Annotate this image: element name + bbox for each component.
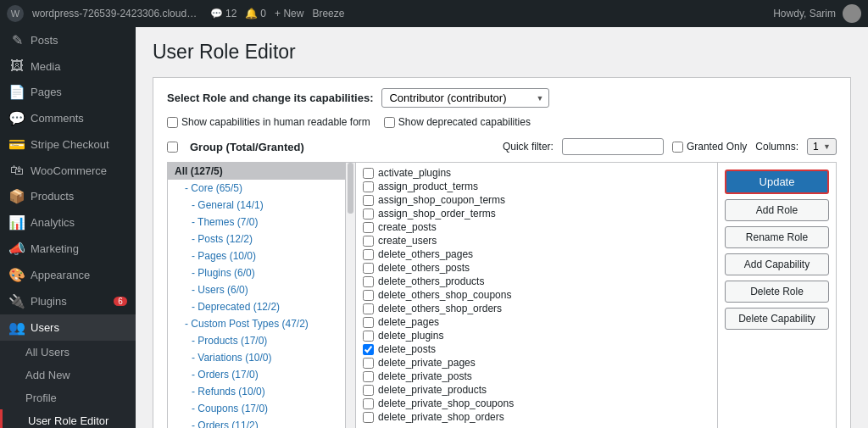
sidebar-item-comments[interactable]: 💬 Comments bbox=[0, 105, 136, 131]
cap-cb-delete-private-posts[interactable] bbox=[363, 371, 374, 382]
group-products-cpt[interactable]: - Products (17/0) bbox=[168, 332, 345, 349]
checkbox-row: Show capabilities in human readable form… bbox=[167, 116, 837, 128]
role-select[interactable]: Contributor (contributor) Administrator … bbox=[381, 88, 549, 108]
cap-cb-delete-others-shop-orders[interactable] bbox=[363, 303, 374, 314]
group-general[interactable]: - General (14/1) bbox=[168, 197, 345, 214]
cap-cb-delete-plugins[interactable] bbox=[363, 331, 374, 342]
delete-capability-button[interactable]: Delete Capability bbox=[725, 308, 829, 330]
group-refunds[interactable]: - Refunds (10/0) bbox=[168, 383, 345, 400]
cap-label-delete-private-shop-coupons: delete_private_shop_coupons bbox=[378, 397, 514, 409]
sidebar-item-users[interactable]: 👥 Users bbox=[0, 314, 136, 341]
update-button[interactable]: Update bbox=[725, 170, 829, 194]
cap-delete-others-shop-coupons: delete_others_shop_coupons bbox=[363, 288, 710, 302]
profile-label: Profile bbox=[25, 392, 57, 404]
deprecated-checkbox-label[interactable]: Show deprecated capabilities bbox=[384, 116, 531, 128]
role-selector-row: Select Role and change its capabilities:… bbox=[167, 88, 837, 108]
sidebar-item-user-role-editor[interactable]: User Role Editor bbox=[0, 409, 136, 428]
delete-role-button[interactable]: Delete Role bbox=[725, 281, 829, 303]
columns-select[interactable]: 1 2 3 bbox=[807, 138, 837, 155]
add-capability-button[interactable]: Add Capability bbox=[725, 253, 829, 275]
sidebar-item-marketing[interactable]: 📣 Marketing bbox=[0, 236, 136, 262]
cap-cb-delete-posts[interactable] bbox=[363, 344, 374, 355]
group-plugins[interactable]: - Plugins (6/0) bbox=[168, 264, 345, 281]
deprecated-text: Show deprecated capabilities bbox=[398, 116, 531, 128]
group-orders-2[interactable]: - Orders (11/2) bbox=[168, 417, 345, 428]
group-users[interactable]: - Users (6/0) bbox=[168, 281, 345, 298]
rename-role-button[interactable]: Rename Role bbox=[725, 226, 829, 248]
sidebar-item-media[interactable]: 🖼 Media bbox=[0, 53, 136, 79]
sidebar-item-add-new[interactable]: Add New bbox=[0, 364, 136, 386]
cap-cb-delete-pages[interactable] bbox=[363, 317, 374, 328]
sidebar-item-plugins[interactable]: 🔌 Plugins 6 bbox=[0, 288, 136, 314]
sidebar-item-analytics[interactable]: 📊 Analytics bbox=[0, 209, 136, 236]
add-role-button[interactable]: Add Role bbox=[725, 199, 829, 221]
cap-cb-delete-others-products[interactable] bbox=[363, 276, 374, 287]
cap-cb-delete-private-shop-orders[interactable] bbox=[363, 412, 374, 423]
cap-label-delete-posts: delete_posts bbox=[378, 343, 436, 355]
cap-cb-delete-private-shop-coupons[interactable] bbox=[363, 398, 374, 409]
cap-cb-delete-others-shop-coupons[interactable] bbox=[363, 290, 374, 301]
cap-cb-create-posts[interactable] bbox=[363, 222, 374, 233]
granted-only-checkbox[interactable] bbox=[672, 142, 683, 153]
sidebar-item-posts[interactable]: ✎ Posts bbox=[0, 27, 136, 53]
sidebar-item-appearance[interactable]: 🎨 Appearance bbox=[0, 262, 136, 288]
cap-cb-delete-private-products[interactable] bbox=[363, 385, 374, 396]
cap-label-delete-others-products: delete_others_products bbox=[378, 275, 484, 287]
human-readable-checkbox-label[interactable]: Show capabilities in human readable form bbox=[167, 116, 370, 128]
comments-icon[interactable]: 💬 12 bbox=[210, 8, 236, 19]
granted-only-label[interactable]: Granted Only bbox=[672, 141, 747, 153]
group-coupons[interactable]: - Coupons (17/0) bbox=[168, 400, 345, 417]
group-orders[interactable]: - Orders (17/0) bbox=[168, 366, 345, 383]
messages-icon[interactable]: 🔔 0 bbox=[245, 8, 266, 19]
group-variations[interactable]: - Variations (10/0) bbox=[168, 349, 345, 366]
sidebar-item-profile[interactable]: Profile bbox=[0, 386, 136, 409]
breeze-button[interactable]: Breeze bbox=[312, 8, 344, 19]
sidebar-label-products: Products bbox=[31, 190, 74, 203]
users-submenu: All Users Add New Profile User Role Edit… bbox=[0, 341, 136, 428]
cap-cb-delete-others-pages[interactable] bbox=[363, 249, 374, 260]
sidebar-label-pages: Pages bbox=[31, 86, 62, 98]
deprecated-checkbox[interactable] bbox=[384, 117, 395, 128]
group-all[interactable]: All (127/5) bbox=[168, 163, 345, 180]
cap-delete-others-posts: delete_others_posts bbox=[363, 261, 710, 275]
content-area: User Role Editor Select Role and change … bbox=[136, 27, 868, 428]
cap-cb-delete-private-pages[interactable] bbox=[363, 358, 374, 369]
cap-label-delete-others-shop-orders: delete_others_shop_orders bbox=[378, 303, 502, 314]
cap-create-users: create_users bbox=[363, 234, 710, 247]
cap-cb-assign-shop-order-terms[interactable] bbox=[363, 208, 374, 220]
sidebar-item-woocommerce[interactable]: 🛍 WooCommerce bbox=[0, 158, 136, 183]
sidebar-item-stripe[interactable]: 💳 Stripe Checkout bbox=[0, 131, 136, 158]
sidebar-item-products[interactable]: 📦 Products bbox=[0, 183, 136, 209]
wp-logo[interactable]: W bbox=[7, 5, 24, 22]
howdy-text: Howdy, Sarim bbox=[773, 8, 836, 19]
scrollbar-track bbox=[346, 163, 355, 428]
group-core[interactable]: - Core (65/5) bbox=[168, 180, 345, 197]
group-themes[interactable]: - Themes (7/0) bbox=[168, 214, 345, 231]
group-pages[interactable]: - Pages (10/0) bbox=[168, 247, 345, 264]
cap-cb-delete-others-posts[interactable] bbox=[363, 263, 374, 274]
groups-scrollbar[interactable] bbox=[346, 163, 356, 428]
cap-cb-activate-plugins[interactable] bbox=[363, 168, 374, 179]
filter-row: Group (Total/Granted) Quick filter: Gran… bbox=[167, 138, 837, 155]
users-icon: 👥 bbox=[8, 320, 25, 336]
human-readable-checkbox[interactable] bbox=[167, 117, 178, 128]
page-title: User Role Editor bbox=[153, 41, 851, 64]
group-posts[interactable]: - Posts (12/2) bbox=[168, 231, 345, 247]
site-url[interactable]: wordpress-726539-2423306.cloudwaysapps.c… bbox=[32, 8, 202, 19]
group-deprecated[interactable]: - Deprecated (12/2) bbox=[168, 298, 345, 315]
columns-label: Columns: bbox=[755, 141, 798, 153]
scrollbar-thumb bbox=[348, 163, 353, 214]
quick-filter-input[interactable] bbox=[562, 138, 664, 155]
sidebar-item-pages[interactable]: 📄 Pages bbox=[0, 79, 136, 105]
cap-cb-assign-product-terms[interactable] bbox=[363, 181, 374, 192]
sidebar-item-all-users[interactable]: All Users bbox=[0, 341, 136, 364]
cap-cb-assign-shop-coupon-terms[interactable] bbox=[363, 195, 374, 206]
cap-delete-posts: delete_posts bbox=[363, 342, 710, 356]
cap-cb-create-users[interactable] bbox=[363, 236, 374, 247]
avatar[interactable] bbox=[843, 4, 861, 23]
add-new-label: Add New bbox=[25, 369, 70, 381]
new-button[interactable]: + New bbox=[275, 8, 303, 19]
filter-checkbox[interactable] bbox=[167, 142, 178, 153]
cap-label-delete-pages: delete_pages bbox=[378, 316, 439, 328]
group-custom-post-types[interactable]: - Custom Post Types (47/2) bbox=[168, 315, 345, 332]
